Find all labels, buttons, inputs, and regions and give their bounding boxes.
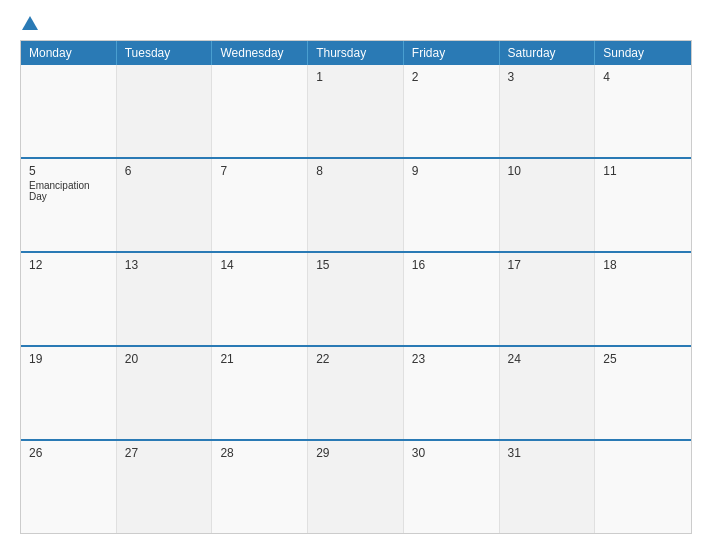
header-tuesday: Tuesday	[117, 41, 213, 65]
table-row: 2	[404, 65, 500, 157]
table-row: 12	[21, 253, 117, 345]
calendar-header: Monday Tuesday Wednesday Thursday Friday…	[21, 41, 691, 65]
table-row: 30	[404, 441, 500, 533]
day-number: 19	[29, 352, 108, 366]
header	[20, 16, 692, 30]
day-number: 15	[316, 258, 395, 272]
header-saturday: Saturday	[500, 41, 596, 65]
day-number: 21	[220, 352, 299, 366]
day-number: 12	[29, 258, 108, 272]
day-number: 28	[220, 446, 299, 460]
day-number: 17	[508, 258, 587, 272]
calendar-week-4: 19202122232425	[21, 347, 691, 441]
table-row: 31	[500, 441, 596, 533]
day-number: 1	[316, 70, 395, 84]
day-number: 5	[29, 164, 108, 178]
day-number: 31	[508, 446, 587, 460]
day-number: 6	[125, 164, 204, 178]
table-row: 10	[500, 159, 596, 251]
calendar-week-3: 12131415161718	[21, 253, 691, 347]
day-number: 2	[412, 70, 491, 84]
day-number: 7	[220, 164, 299, 178]
day-number: 3	[508, 70, 587, 84]
table-row: 19	[21, 347, 117, 439]
table-row	[117, 65, 213, 157]
header-friday: Friday	[404, 41, 500, 65]
day-number: 29	[316, 446, 395, 460]
table-row: 20	[117, 347, 213, 439]
logo-text-wrapper	[20, 16, 38, 30]
day-number: 8	[316, 164, 395, 178]
day-number: 16	[412, 258, 491, 272]
day-number: 22	[316, 352, 395, 366]
table-row: 29	[308, 441, 404, 533]
table-row: 5Emancipation Day	[21, 159, 117, 251]
table-row: 4	[595, 65, 691, 157]
calendar-week-5: 262728293031	[21, 441, 691, 533]
logo-triangle-icon	[22, 16, 38, 30]
table-row: 7	[212, 159, 308, 251]
calendar-body: 12345Emancipation Day6789101112131415161…	[21, 65, 691, 533]
logo	[20, 16, 38, 30]
day-number: 30	[412, 446, 491, 460]
table-row: 27	[117, 441, 213, 533]
day-number: 11	[603, 164, 683, 178]
table-row: 21	[212, 347, 308, 439]
header-sunday: Sunday	[595, 41, 691, 65]
table-row: 11	[595, 159, 691, 251]
day-number: 4	[603, 70, 683, 84]
table-row: 3	[500, 65, 596, 157]
table-row: 1	[308, 65, 404, 157]
day-number: 13	[125, 258, 204, 272]
day-number: 18	[603, 258, 683, 272]
table-row	[212, 65, 308, 157]
table-row: 16	[404, 253, 500, 345]
table-row: 9	[404, 159, 500, 251]
table-row: 24	[500, 347, 596, 439]
day-number: 27	[125, 446, 204, 460]
table-row	[595, 441, 691, 533]
day-number: 14	[220, 258, 299, 272]
table-row: 8	[308, 159, 404, 251]
day-number: 10	[508, 164, 587, 178]
table-row: 17	[500, 253, 596, 345]
day-number: 26	[29, 446, 108, 460]
day-number: 23	[412, 352, 491, 366]
calendar-week-1: 1234	[21, 65, 691, 159]
table-row: 23	[404, 347, 500, 439]
day-number: 9	[412, 164, 491, 178]
day-number: 24	[508, 352, 587, 366]
table-row: 14	[212, 253, 308, 345]
table-row: 15	[308, 253, 404, 345]
header-wednesday: Wednesday	[212, 41, 308, 65]
table-row: 25	[595, 347, 691, 439]
calendar-event: Emancipation Day	[29, 180, 108, 202]
day-number: 20	[125, 352, 204, 366]
table-row: 18	[595, 253, 691, 345]
table-row: 26	[21, 441, 117, 533]
table-row	[21, 65, 117, 157]
table-row: 22	[308, 347, 404, 439]
calendar: Monday Tuesday Wednesday Thursday Friday…	[20, 40, 692, 534]
page: Monday Tuesday Wednesday Thursday Friday…	[0, 0, 712, 550]
table-row: 13	[117, 253, 213, 345]
header-thursday: Thursday	[308, 41, 404, 65]
calendar-week-2: 5Emancipation Day67891011	[21, 159, 691, 253]
table-row: 28	[212, 441, 308, 533]
table-row: 6	[117, 159, 213, 251]
header-monday: Monday	[21, 41, 117, 65]
day-number: 25	[603, 352, 683, 366]
